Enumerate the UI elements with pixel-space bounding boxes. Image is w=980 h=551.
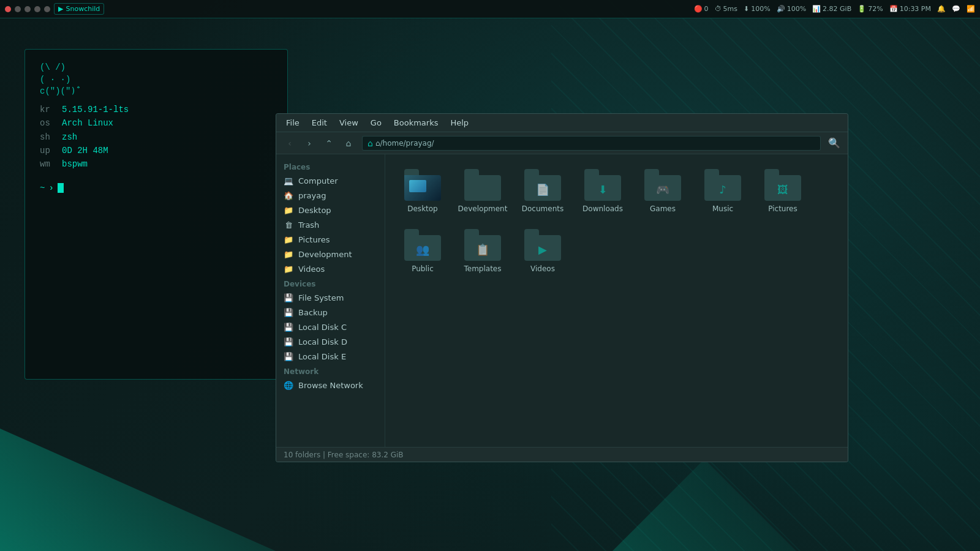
prompt-arrow: › [48,181,53,195]
address-bar[interactable]: ⌂ ⌂/home/prayag/ [362,136,821,151]
folder-development-label: Development [458,204,508,214]
stat-speed: ⏱ 5ms [715,5,737,13]
address-text: ⌂/home/prayag/ [375,139,434,148]
network-section-label: Network [276,364,385,378]
ascii-line-2: ( · ·) [40,74,273,86]
sidebar-label-development: Development [298,250,352,259]
vol-val: 100% [787,5,806,13]
sidebar-item-diskc[interactable]: 💾 Local Disk C [276,320,385,334]
info-sh: sh zsh [40,130,273,144]
sidebar-label-prayag: prayag [298,191,326,200]
status-text: 10 folders | Free space: 83.2 GiB [284,451,404,459]
active-app-btn[interactable]: ▶ Snowchild [54,3,104,15]
videos-icon: 📁 [284,264,293,274]
sidebar-item-filesystem[interactable]: 💾 File System [276,290,385,305]
desktop-icon: 📁 [284,205,293,215]
folder-videos-label: Videos [530,264,555,274]
diskd-icon: 💾 [284,337,293,347]
sidebar-item-backup[interactable]: 💾 Backup [276,305,385,320]
folder-downloads[interactable]: ⬇ Downloads [575,164,630,219]
diske-icon: 💾 [284,351,293,361]
places-section-label: Places [276,159,385,173]
sidebar-label-backup: Backup [298,308,328,317]
file-grid: Desktop Development 📄 [385,154,848,447]
folder-development[interactable]: Development [455,164,510,219]
forward-button[interactable]: › [301,135,318,151]
menu-file[interactable]: File [281,117,304,129]
diskc-icon: 💾 [284,322,293,332]
dot-red [5,6,11,12]
sidebar-item-computer[interactable]: 💻 Computer [276,173,385,188]
bell-icon: 🔔 [937,5,946,13]
sidebar-label-videos: Videos [298,264,325,274]
info-wm: wm bspwm [40,157,273,171]
sidebar-item-pictures[interactable]: 📁 Pictures [276,232,385,247]
sidebar-item-diske[interactable]: 💾 Local Disk E [276,349,385,364]
vol-icon: 🔊 [777,5,785,13]
back-button[interactable]: ‹ [281,135,298,151]
folder-music-icon: ♪ [704,169,741,201]
docs-inner-icon: 📄 [536,183,549,196]
menu-go[interactable]: Go [366,117,386,129]
sidebar-item-trash[interactable]: 🗑 Trash [276,217,385,232]
terminal-window: (\ /) ( · ·) c(")(")̐ kr 5.15.91-1-lts o… [24,49,288,380]
computer-icon: 💻 [284,176,293,186]
sidebar-item-prayag[interactable]: 🏠 prayag [276,188,385,203]
sidebar-item-development[interactable]: 📁 Development [276,247,385,261]
folder-games[interactable]: 🎮 Games [635,164,690,219]
prompt-symbol: ~ [40,181,45,195]
taskbar-right: 🔴 0 ⏱ 5ms ⬇ 100% 🔊 100% 📊 2.82 GiB 🔋 72%… [694,5,975,13]
folder-templates[interactable]: 📋 Templates [455,224,510,279]
folder-games-label: Games [650,204,676,214]
backup-icon: 💾 [284,307,293,317]
folder-templates-icon: 📋 [464,229,501,261]
network-icon: 🌐 [284,380,293,390]
sidebar-label-diske: Local Disk E [298,352,346,361]
folder-documents[interactable]: 📄 Documents [515,164,570,219]
sidebar-label-diskc: Local Disk C [298,323,347,332]
up-button[interactable]: ⌃ [320,135,337,151]
menu-help[interactable]: Help [445,117,473,129]
ram-icon: 📊 [812,5,821,13]
folder-public[interactable]: 👥 Public [395,224,450,279]
home-folder-icon: 🏠 [284,190,293,200]
menu-edit[interactable]: Edit [307,117,332,129]
sidebar-item-diskd[interactable]: 💾 Local Disk D [276,334,385,349]
menu-bookmarks[interactable]: Bookmarks [389,117,443,129]
ascii-art: (\ /) ( · ·) c(")(")̐ [40,62,273,98]
menu-view[interactable]: View [334,117,363,129]
templates-inner-icon: 📋 [476,243,489,256]
folder-desktop[interactable]: Desktop [395,164,450,219]
sidebar-item-browse-network[interactable]: 🌐 Browse Network [276,378,385,392]
sidebar-item-videos[interactable]: 📁 Videos [276,261,385,276]
sidebar-label-pictures: Pictures [298,235,330,244]
tasks-icon: 🔴 [694,5,703,13]
folder-development-icon [464,169,501,201]
stat-battery: 🔋 72% [858,5,883,13]
pictures-icon: 📁 [284,234,293,244]
menu-bar: File Edit View Go Bookmarks Help [276,114,848,132]
sidebar-item-desktop[interactable]: 📁 Desktop [276,203,385,217]
devices-section-label: Devices [276,276,385,290]
home-button[interactable]: ⌂ [340,135,357,151]
sidebar-label-trash: Trash [298,220,319,230]
downloads-inner-icon: ⬇ [598,183,607,196]
search-button[interactable]: 🔍 [826,135,843,151]
folder-videos[interactable]: ▶ Videos [515,224,570,279]
folder-downloads-label: Downloads [582,204,623,214]
home-icon: ⌂ [346,138,352,148]
tasks-count: 0 [704,5,709,13]
folder-pictures[interactable]: 🖼 Pictures [755,164,810,219]
stat-notif: 🔔 [937,5,946,13]
games-inner-icon: 🎮 [656,183,669,196]
wifi-icon: 📶 [967,5,975,13]
folder-music[interactable]: ♪ Music [695,164,750,219]
trash-icon: 🗑 [284,220,293,230]
search-icon: 🔍 [828,137,840,149]
back-icon: ‹ [288,138,292,148]
dev-icon: 📁 [284,249,293,259]
active-app-label: Snowchild [66,5,100,13]
stat-discord: 💬 [952,5,960,13]
dl-icon: ⬇ [744,5,749,13]
discord-icon: 💬 [952,5,960,13]
